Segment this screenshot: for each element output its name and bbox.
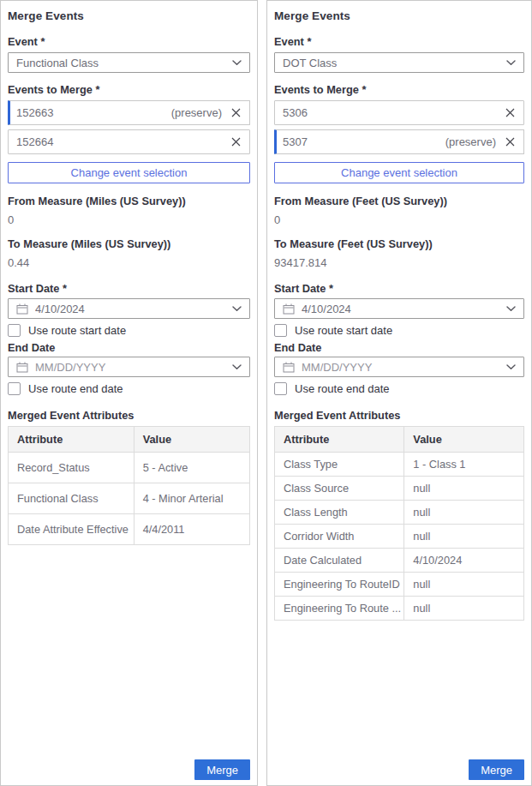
use-route-start-checkbox[interactable] — [274, 324, 287, 337]
end-date-picker[interactable]: MM/DD/YYYY — [274, 357, 524, 377]
calendar-icon — [283, 362, 295, 373]
use-route-end-label: Use route end date — [28, 382, 123, 395]
event-select-value: DOT Class — [283, 57, 506, 69]
table-row: Engineering To Route ... null — [275, 597, 524, 621]
event-label: Event * — [8, 35, 250, 48]
event-id: 5306 — [283, 106, 496, 119]
end-date-label: End Date — [8, 341, 250, 354]
value-cell: 4/4/2011 — [134, 514, 249, 545]
use-route-start-label: Use route start date — [28, 324, 126, 337]
start-date-picker[interactable]: 4/10/2024 — [274, 298, 524, 319]
value-cell: null — [404, 573, 524, 597]
attribute-cell: Engineering To RouteID — [275, 573, 404, 597]
events-to-merge-list: 152663 (preserve) 152664 — [8, 100, 250, 154]
close-icon[interactable] — [504, 107, 516, 119]
attribute-cell: Engineering To Route ... — [275, 597, 404, 621]
event-item: 152664 — [8, 129, 250, 154]
event-item: 152663 (preserve) — [8, 100, 250, 125]
use-route-end-date-row[interactable]: Use route end date — [8, 382, 250, 395]
end-date-label: End Date — [274, 341, 524, 354]
merge-events-workspace: Merge Events Event * Functional Class Ev… — [0, 0, 532, 786]
chevron-down-icon — [506, 306, 516, 312]
end-date-picker[interactable]: MM/DD/YYYY — [8, 357, 250, 377]
from-measure-label: From Measure (Miles (US Survey)) — [8, 195, 250, 207]
start-date-value: 4/10/2024 — [35, 303, 232, 315]
event-item: 5307 (preserve) — [274, 129, 524, 154]
start-date-picker[interactable]: 4/10/2024 — [8, 298, 250, 319]
chevron-down-icon — [506, 60, 516, 66]
attribute-cell: Class Type — [275, 453, 404, 477]
merged-attributes-table: Attribute Value Record_Status 5 - Active… — [8, 426, 250, 545]
value-cell: 4 - Minor Arterial — [134, 483, 249, 514]
attribute-cell: Date Attribute Effective — [9, 514, 134, 545]
end-date-placeholder: MM/DD/YYYY — [302, 361, 506, 374]
merged-attributes-title: Merged Event Attributes — [274, 409, 524, 422]
table-header-row: Attribute Value — [9, 427, 250, 453]
attribute-cell: Class Length — [275, 501, 404, 525]
to-measure-value: 93417.814 — [274, 256, 524, 269]
value-cell: 4/10/2024 — [404, 549, 524, 573]
event-select[interactable]: DOT Class — [274, 52, 524, 73]
attribute-cell: Date Calculated — [275, 549, 404, 573]
use-route-start-date-row[interactable]: Use route start date — [8, 324, 250, 337]
event-select[interactable]: Functional Class — [8, 52, 250, 73]
from-measure-value: 0 — [274, 213, 524, 226]
to-measure-label: To Measure (Miles (US Survey)) — [8, 237, 250, 250]
attribute-cell: Class Source — [275, 477, 404, 501]
value-cell: 1 - Class 1 — [404, 453, 524, 477]
from-measure-value: 0 — [8, 213, 250, 226]
calendar-icon — [16, 362, 28, 373]
merge-events-panel-right: Merge Events Event * DOT Class Events to… — [266, 0, 532, 786]
from-measure-label: From Measure (Feet (US Survey)) — [274, 195, 524, 207]
preserve-label: (preserve) — [445, 135, 496, 148]
change-event-selection-button[interactable]: Change event selection — [8, 162, 250, 183]
close-icon[interactable] — [230, 107, 242, 119]
panel-title: Merge Events — [274, 9, 524, 22]
use-route-end-checkbox[interactable] — [274, 382, 287, 395]
events-to-merge-label: Events to Merge * — [8, 83, 250, 96]
table-row: Engineering To RouteID null — [275, 573, 524, 597]
use-route-end-checkbox[interactable] — [8, 382, 21, 395]
chevron-down-icon — [232, 306, 242, 312]
merged-attributes-title: Merged Event Attributes — [8, 409, 250, 422]
value-cell: null — [404, 525, 524, 549]
merge-button[interactable]: Merge — [194, 759, 250, 780]
use-route-end-label: Use route end date — [295, 382, 390, 395]
close-icon[interactable] — [230, 136, 242, 148]
value-cell: null — [404, 477, 524, 501]
chevron-down-icon — [232, 60, 242, 66]
preserve-label: (preserve) — [171, 106, 222, 119]
value-cell: null — [404, 597, 524, 621]
calendar-icon — [16, 303, 28, 315]
close-icon[interactable] — [504, 136, 516, 148]
end-date-placeholder: MM/DD/YYYY — [35, 361, 232, 374]
table-row: Class Source null — [275, 477, 524, 501]
event-id: 152663 — [16, 106, 171, 119]
chevron-down-icon — [232, 364, 242, 370]
event-item: 5306 — [274, 100, 524, 125]
use-route-start-label: Use route start date — [295, 324, 392, 337]
merge-button[interactable]: Merge — [469, 759, 524, 780]
change-event-selection-button[interactable]: Change event selection — [274, 162, 524, 183]
start-date-label: Start Date * — [274, 282, 524, 295]
table-row: Record_Status 5 - Active — [9, 453, 250, 483]
attribute-cell: Record_Status — [9, 453, 134, 483]
calendar-icon — [283, 303, 295, 315]
table-row: Date Calculated 4/10/2024 — [275, 549, 524, 573]
event-select-value: Functional Class — [16, 57, 232, 69]
merge-events-panel-left: Merge Events Event * Functional Class Ev… — [0, 0, 258, 786]
value-header-cell: Value — [404, 427, 524, 453]
use-route-start-date-row[interactable]: Use route start date — [274, 324, 524, 337]
table-row: Functional Class 4 - Minor Arterial — [9, 483, 250, 514]
to-measure-label: To Measure (Feet (US Survey)) — [274, 237, 524, 250]
attribute-header-cell: Attribute — [275, 427, 404, 453]
event-id: 5307 — [283, 135, 445, 148]
start-date-value: 4/10/2024 — [302, 303, 506, 315]
use-route-end-date-row[interactable]: Use route end date — [274, 382, 524, 395]
panel-footer: Merge — [274, 759, 524, 780]
use-route-start-checkbox[interactable] — [8, 324, 21, 337]
table-row: Class Type 1 - Class 1 — [275, 453, 524, 477]
start-date-label: Start Date * — [8, 282, 250, 295]
value-header-cell: Value — [134, 427, 249, 453]
event-id: 152664 — [16, 135, 222, 148]
